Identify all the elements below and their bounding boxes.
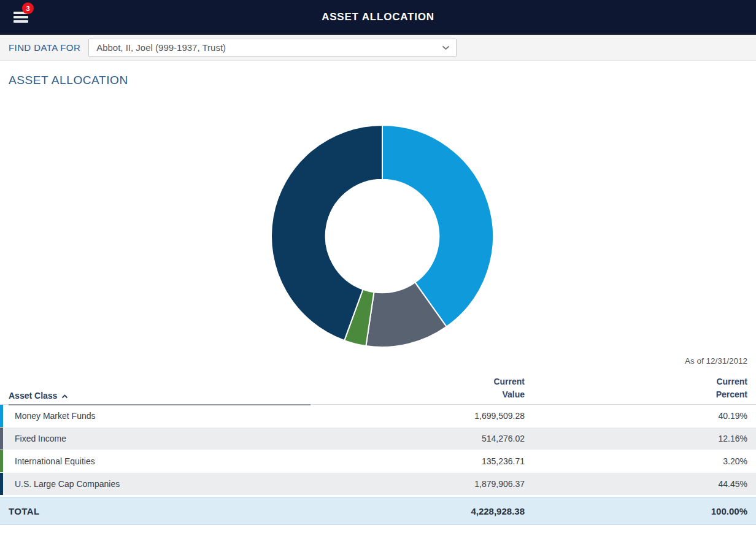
as-of-date: As of 12/31/2012 [685,356,747,366]
asset-allocation-page: 3 ASSET ALLOCATION FIND DATA FOR Abbot, … [0,0,756,552]
asset-class-cell: Money Market Funds [0,411,328,421]
current-value-cell: 135,236.71 [328,456,533,466]
current-percent-cell: 44.45% [533,479,756,489]
asset-allocation-donut-chart [266,120,499,353]
table-row-international-equities[interactable]: International Equities 135,236.71 3.20% [0,450,756,472]
sort-asc-icon [61,391,68,401]
current-value-cell: 1,879,906.37 [328,479,533,489]
account-select-value: Abbot, II, Joel (999-1937, Trust) [96,42,226,53]
table-total-row: TOTAL 4,228,928.38 100.00% [0,497,756,525]
asset-class-cell: International Equities [0,456,328,466]
row-color-indicator [0,405,3,427]
notification-badge: 3 [22,2,34,14]
account-select[interactable]: Abbot, II, Joel (999-1937, Trust) [88,39,457,57]
current-value-cell: 1,699,509.28 [328,411,533,421]
total-current-percent: 100.00% [533,506,756,516]
row-color-indicator [0,427,3,450]
column-header-current-percent[interactable]: Current Percent [533,375,756,401]
current-percent-cell: 12.16% [533,434,756,443]
row-color-indicator [0,473,3,495]
table-row-money-market-funds[interactable]: Money Market Funds 1,699,509.28 40.19% [0,405,756,427]
row-color-indicator [0,450,3,472]
find-data-bar: FIND DATA FOR Abbot, II, Joel (999-1937,… [0,35,756,61]
table-header-row: Asset Class Current Value Current Percen… [0,370,756,405]
chevron-down-icon [442,45,450,50]
total-current-value: 4,228,928.38 [328,506,533,516]
asset-class-cell: Fixed Income [0,434,328,443]
column-header-asset-class[interactable]: Asset Class [0,391,328,401]
current-percent-cell: 3.20% [533,456,756,466]
find-data-for-label: FIND DATA FOR [9,42,80,53]
asset-class-cell: U.S. Large Cap Companies [0,479,328,489]
column-header-current-value[interactable]: Current Value [328,375,533,401]
app-title: ASSET ALLOCATION [322,11,434,23]
table-row-fixed-income[interactable]: Fixed Income 514,276.02 12.16% [0,427,756,450]
current-percent-cell: 40.19% [533,411,756,421]
page-title: ASSET ALLOCATION [9,74,756,87]
total-label: TOTAL [0,506,328,516]
current-value-cell: 514,276.02 [328,434,533,443]
asset-allocation-table: Asset Class Current Value Current Percen… [0,370,756,525]
app-header: 3 ASSET ALLOCATION [0,0,756,35]
table-row-us-large-cap-companies[interactable]: U.S. Large Cap Companies 1,879,906.37 44… [0,473,756,495]
